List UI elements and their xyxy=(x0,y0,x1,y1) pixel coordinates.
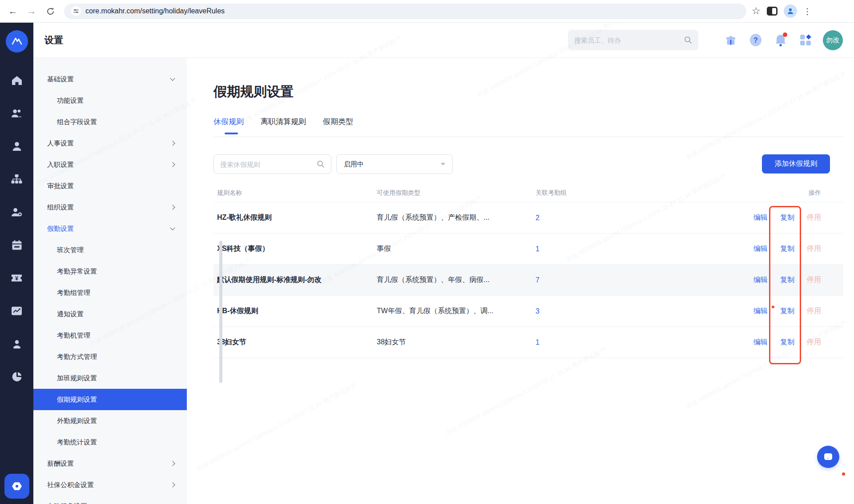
url-bar[interactable]: core.mokahr.com/setting/holiday/leaveRul… xyxy=(64,4,746,19)
home-icon[interactable] xyxy=(11,74,23,86)
add-leave-rule-button[interactable]: 添加休假规则 xyxy=(762,154,830,173)
sidebar-item-function-settings[interactable]: 功能设置 xyxy=(33,90,187,111)
sidebar-item-basic-settings[interactable]: 基础设置 xyxy=(33,69,187,90)
gift-icon[interactable] xyxy=(721,31,740,49)
disable-link[interactable]: 停用 xyxy=(807,275,821,285)
settings-rail-button[interactable] xyxy=(4,474,29,499)
tabs-divider xyxy=(214,137,843,137)
rule-search-input[interactable] xyxy=(220,161,317,168)
back-icon[interactable]: ← xyxy=(5,4,20,19)
browser-profile-avatar[interactable] xyxy=(784,4,797,18)
global-search[interactable] xyxy=(568,30,698,50)
global-search-input[interactable] xyxy=(574,36,684,44)
rule-search-box[interactable] xyxy=(214,154,331,174)
tab-holiday-types[interactable]: 假期类型 xyxy=(323,117,353,127)
user-avatar[interactable]: 勿改 xyxy=(823,30,843,50)
employee-icon[interactable] xyxy=(11,140,23,152)
sidebar-item-label: 考勤统计设置 xyxy=(57,438,97,447)
browser-chrome: ← → core.mokahr.com/setting/holiday/leav… xyxy=(0,0,854,23)
chat-fab-button[interactable] xyxy=(817,446,839,468)
tab-leave-rules[interactable]: 休假规则 xyxy=(214,117,244,127)
disable-link[interactable]: 停用 xyxy=(807,244,821,254)
sidebar-item-attendance-machine[interactable]: 考勤机管理 xyxy=(33,325,187,346)
sidebar-item-onboarding-settings[interactable]: 入职设置 xyxy=(33,154,187,175)
edit-link[interactable]: 编辑 xyxy=(753,306,768,316)
attendance-group-count-link[interactable]: 3 xyxy=(536,307,540,315)
browser-menu-icon[interactable]: ⋮ xyxy=(803,6,812,16)
sidebar-item-hr-settings[interactable]: 人事设置 xyxy=(33,133,187,154)
team-icon[interactable] xyxy=(11,107,23,119)
sidebar-item-approval-settings[interactable]: 审批设置 xyxy=(33,175,187,197)
notification-bell-icon[interactable] xyxy=(771,31,790,49)
main-content: 假期规则设置 休假规则 离职清算规则 假期类型 启用中 添加休假规则 规则名称 … xyxy=(187,58,854,504)
copy-link[interactable]: 复制 xyxy=(780,338,794,347)
member-icon[interactable] xyxy=(11,338,23,350)
disable-link[interactable]: 停用 xyxy=(807,338,821,347)
col-rule-name: 规则名称 xyxy=(217,189,377,197)
disable-link[interactable]: 停用 xyxy=(807,213,821,222)
copy-link[interactable]: 复制 xyxy=(780,244,794,254)
chevron-down-icon xyxy=(441,163,445,165)
attendance-group-count-link[interactable]: 1 xyxy=(536,339,540,346)
attendance-group-count-link[interactable]: 7 xyxy=(536,276,540,284)
col-actions: 操作 xyxy=(809,189,821,197)
sidebar-item-attendance-settings[interactable]: 假勤设置 xyxy=(33,218,187,239)
sidebar-item-attendance-group[interactable]: 考勤组管理 xyxy=(33,282,187,303)
org-chart-icon[interactable] xyxy=(11,173,23,185)
reload-icon[interactable] xyxy=(43,4,58,19)
help-icon[interactable]: ? xyxy=(746,31,765,49)
report-icon[interactable] xyxy=(11,305,23,317)
edit-link[interactable]: 编辑 xyxy=(753,275,768,285)
edit-link[interactable]: 编辑 xyxy=(753,338,768,347)
copy-link[interactable]: 复制 xyxy=(780,275,794,285)
sidebar-item-overtime-rules[interactable]: 加班规则设置 xyxy=(33,367,187,389)
disable-link[interactable]: 停用 xyxy=(807,306,821,316)
sidebar-scrollbar[interactable] xyxy=(219,241,222,383)
red-annotation-dot xyxy=(772,306,774,308)
rule-leave-types: 育儿假（系统预置）、年假、病假... xyxy=(377,275,536,285)
sidebar-item-field-work-rules[interactable]: 外勤规则设置 xyxy=(33,410,187,431)
status-filter-select[interactable]: 启用中 xyxy=(336,154,453,174)
attendance-group-count-link[interactable]: 1 xyxy=(536,245,540,253)
add-member-icon[interactable] xyxy=(11,206,23,218)
copy-link[interactable]: 复制 xyxy=(780,306,794,316)
copy-link[interactable]: 复制 xyxy=(780,213,794,222)
notification-badge xyxy=(783,32,787,37)
sidebar-item-attendance-statistics[interactable]: 考勤统计设置 xyxy=(33,431,187,453)
payroll-ticket-icon[interactable]: ¥ xyxy=(11,272,23,284)
forward-icon[interactable]: → xyxy=(24,4,39,19)
sidebar-item-self-service[interactable]: 自助服务设置 xyxy=(33,496,187,504)
sidebar-item-social-insurance[interactable]: 社保公积金设置 xyxy=(33,474,187,496)
chevron-right-icon xyxy=(170,461,175,466)
chevron-down-icon xyxy=(170,76,175,81)
edit-link[interactable]: 编辑 xyxy=(753,244,768,254)
moka-logo[interactable] xyxy=(6,30,28,52)
calendar-icon[interactable] xyxy=(11,239,23,251)
chevron-right-icon xyxy=(170,141,175,145)
col-leave-types: 可使用假期类型 xyxy=(377,189,536,197)
edit-link[interactable]: 编辑 xyxy=(753,213,768,222)
sidebar-item-notification-settings[interactable]: 通知设置 xyxy=(33,303,187,325)
sidebar-item-combined-fields[interactable]: 组合字段设置 xyxy=(33,111,187,133)
rule-name: 默认假期使用规则-标准规则-勿改 xyxy=(217,275,377,285)
table-row: HZ-歌礼休假规则 育儿假（系统预置）、产检假期、... 2 编辑 复制 停用 xyxy=(214,202,843,234)
svg-text:?: ? xyxy=(753,36,758,44)
sidebar-item-compensation-settings[interactable]: 薪酬设置 xyxy=(33,453,187,474)
nav-rail: ¥ xyxy=(0,23,33,504)
page-title: 假期规则设置 xyxy=(214,83,294,101)
bookmark-star-icon[interactable]: ☆ xyxy=(752,5,761,17)
tab-resignation-settlement-rules[interactable]: 离职清算规则 xyxy=(261,117,306,127)
sidebar-item-attendance-anomaly[interactable]: 考勤异常设置 xyxy=(33,261,187,282)
sidebar-item-org-settings[interactable]: 组织设置 xyxy=(33,197,187,218)
pie-chart-icon[interactable] xyxy=(11,371,23,383)
table-row: 默认假期使用规则-标准规则-勿改 育儿假（系统预置）、年假、病假... 7 编辑… xyxy=(214,265,843,296)
sidebar-item-attendance-method[interactable]: 考勤方式管理 xyxy=(33,346,187,367)
status-filter-value: 启用中 xyxy=(344,160,364,169)
sidebar-item-label: 功能设置 xyxy=(57,97,84,105)
side-panel-icon[interactable] xyxy=(767,7,777,16)
apps-grid-icon[interactable] xyxy=(796,31,815,49)
site-info-icon[interactable] xyxy=(71,6,81,16)
attendance-group-count-link[interactable]: 2 xyxy=(536,214,540,222)
sidebar-item-holiday-rules[interactable]: 假期规则设置 xyxy=(33,389,187,410)
sidebar-item-shift-management[interactable]: 班次管理 xyxy=(33,239,187,261)
